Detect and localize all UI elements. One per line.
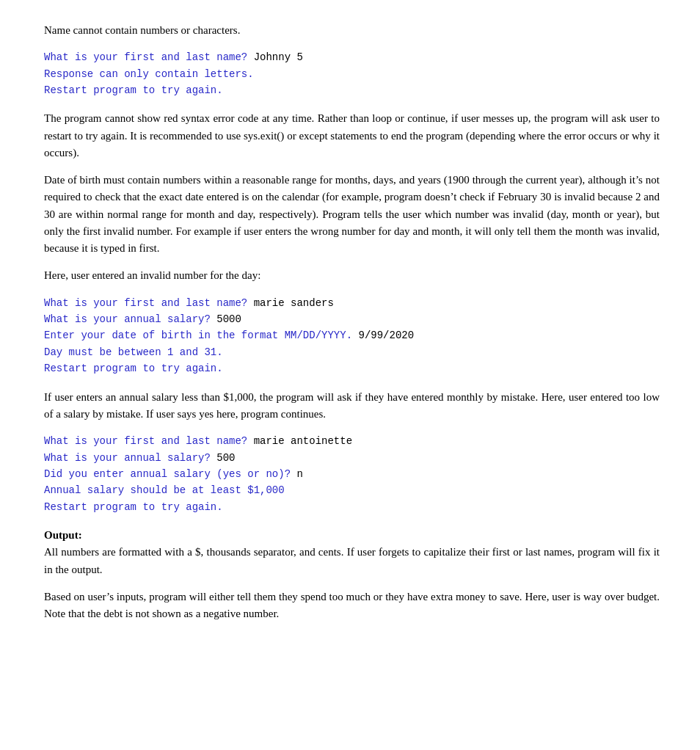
code-block-2-line2: What is your annual salary? 5000 bbox=[44, 311, 660, 327]
code-block-2-input2: 5000 bbox=[211, 313, 241, 325]
code-block-2-line5: Restart program to try again. bbox=[44, 360, 660, 376]
code-block-3-line4: Annual salary should be at least $1,000 bbox=[44, 482, 660, 498]
code-block-2-line1: What is your first and last name? marie … bbox=[44, 295, 660, 311]
salary-low-paragraph: If user enters an annual salary less tha… bbox=[44, 389, 660, 423]
code-block-2: What is your first and last name? marie … bbox=[44, 295, 660, 377]
code-block-2-prompt2: What is your annual salary? bbox=[44, 313, 211, 325]
code-block-3: What is your first and last name? marie … bbox=[44, 433, 660, 515]
code-block-2-prompt3: Enter your date of birth in the format M… bbox=[44, 330, 352, 341]
code-block-2-line4: Day must be between 1 and 31. bbox=[44, 344, 660, 360]
date-birth-paragraph: Date of birth must contain numbers withi… bbox=[44, 172, 660, 257]
code-block-1-line2: Response can only contain letters. bbox=[44, 66, 660, 82]
code-block-3-input1: marie antoinette bbox=[247, 435, 352, 447]
code-block-3-line1: What is your first and last name? marie … bbox=[44, 433, 660, 449]
code-block-3-line3: Did you enter annual salary (yes or no)?… bbox=[44, 466, 660, 482]
code-block-1-prompt1: What is your first and last name? bbox=[44, 51, 247, 63]
code-block-3-prompt2: What is your annual salary? bbox=[44, 452, 211, 464]
code-block-2-input1: marie sanders bbox=[247, 297, 334, 309]
code-block-3-prompt1: What is your first and last name? bbox=[44, 435, 247, 447]
code-block-2-input3: 9/99/2020 bbox=[352, 330, 414, 341]
code-block-3-line5: Restart program to try again. bbox=[44, 499, 660, 515]
program-error-paragraph: The program cannot show red syntax error… bbox=[44, 110, 660, 161]
code-block-3-prompt3: Did you enter annual salary (yes or no)? bbox=[44, 468, 291, 480]
code-block-3-input2: 500 bbox=[211, 452, 236, 464]
code-block-1-input1: Johnny 5 bbox=[247, 51, 303, 63]
output-section: Output: All numbers are formatted with a… bbox=[44, 527, 660, 578]
code-block-2-line3: Enter your date of birth in the format M… bbox=[44, 327, 660, 343]
code-block-1: What is your first and last name? Johnny… bbox=[44, 49, 660, 98]
code-block-3-input3: n bbox=[291, 468, 303, 480]
name-error-text: Name cannot contain numbers or character… bbox=[44, 22, 660, 39]
code-block-1-line1: What is your first and last name? Johnny… bbox=[44, 49, 660, 65]
output-label: Output: bbox=[44, 529, 82, 541]
output-paragraph2: Based on user’s inputs, program will eit… bbox=[44, 589, 660, 623]
invalid-day-intro: Here, user entered an invalid number for… bbox=[44, 267, 660, 284]
code-block-1-line3: Restart program to try again. bbox=[44, 82, 660, 98]
code-block-3-line2: What is your annual salary? 500 bbox=[44, 450, 660, 466]
code-block-2-prompt1: What is your first and last name? bbox=[44, 297, 247, 309]
output-paragraph1: All numbers are formatted with a $, thou… bbox=[44, 546, 660, 575]
